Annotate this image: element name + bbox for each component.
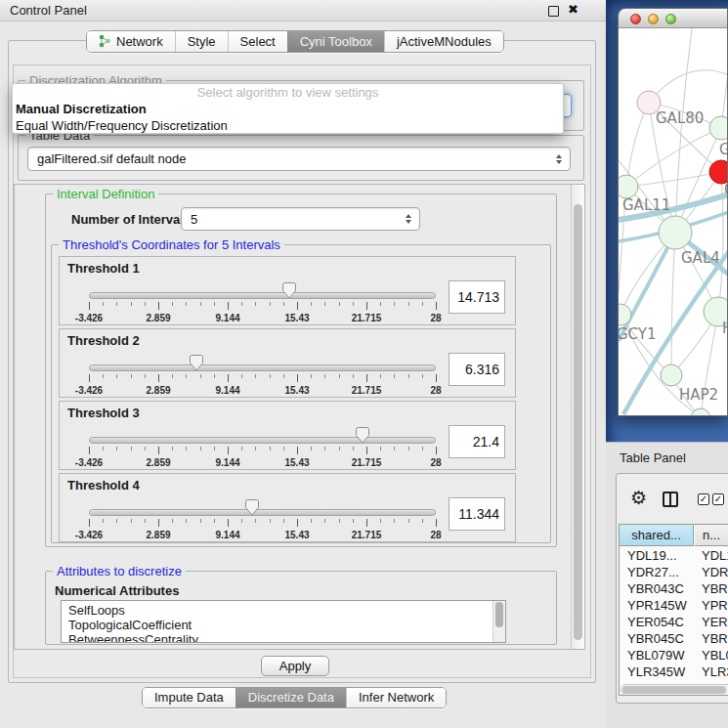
slider-knob[interactable] — [189, 354, 204, 371]
attribute-item[interactable]: SelfLoops — [62, 603, 492, 618]
table-data-combobox[interactable]: galFiltered.sif default node — [27, 147, 571, 171]
threshold-2-slider[interactable]: -3.4262.8599.14415.4321.71528 — [89, 353, 436, 398]
slider-ticks — [89, 302, 436, 311]
threshold-4-value-field[interactable]: 11.344 — [449, 497, 505, 531]
slider-ticks — [89, 374, 436, 383]
tick-label: -3.426 — [75, 457, 103, 468]
tick-label: -3.426 — [75, 313, 103, 323]
column-header-shared-name[interactable]: shared... — [620, 525, 694, 546]
table-row[interactable]: YDR27...YDR2 — [620, 564, 728, 580]
tick-label: 28 — [430, 530, 441, 540]
control-panel-tabs: Network Style Select Cyni Toolbox jActiv… — [86, 30, 504, 53]
minimize-traffic-light-icon[interactable] — [648, 14, 659, 24]
threshold-1-value-field[interactable]: 14.713 — [449, 280, 505, 314]
tab-cyni-toolbox[interactable]: Cyni Toolbox — [287, 31, 384, 52]
table-panel-title: Table Panel — [620, 450, 686, 465]
table-row[interactable]: YER054CYER0 — [620, 614, 728, 630]
table-row[interactable]: YBL079WYBL0 — [620, 647, 728, 664]
checkbox-icon[interactable]: ✓ — [698, 493, 709, 505]
tab-jactivemnodules[interactable]: jActiveMNodules — [384, 31, 503, 52]
slider-knob[interactable] — [281, 281, 297, 299]
tick-label: 28 — [430, 313, 441, 323]
algorithm-option-manual[interactable]: Manual Discretization — [13, 101, 563, 117]
network-window: GAL80GACGAL11GAL4GCY1HHAP2 — [618, 8, 728, 416]
numerical-attributes-list[interactable]: SelfLoopsTopologicalCoefficientBetweenne… — [61, 600, 506, 643]
tab-select[interactable]: Select — [228, 31, 287, 52]
slider-ticks — [89, 447, 436, 455]
attribute-item[interactable]: TopologicalCoefficient — [62, 618, 492, 632]
tick-label: -3.426 — [75, 385, 103, 396]
tab-discretize-data[interactable]: Discretize Data — [236, 688, 346, 707]
numerical-attributes-label: Numerical Attributes — [55, 583, 179, 598]
attribute-item[interactable]: BetweennessCentrality — [62, 632, 492, 643]
tab-network[interactable]: Network — [87, 31, 175, 52]
cyni-bottom-tabs: Impute Data Discretize Data Infer Networ… — [142, 687, 447, 708]
number-of-intervals-combobox[interactable]: 5 — [181, 207, 420, 231]
tick-label: 2.859 — [146, 457, 170, 468]
network-node[interactable] — [661, 364, 682, 386]
slider-track[interactable] — [89, 437, 436, 444]
node-label: GAL11 — [622, 196, 670, 214]
scrollbar-thumb[interactable] — [574, 204, 582, 640]
gear-icon[interactable]: ⚙ — [630, 487, 647, 508]
network-window-titlebar — [619, 9, 727, 28]
close-traffic-light-icon[interactable] — [630, 14, 641, 24]
zoom-traffic-light-icon[interactable] — [665, 14, 676, 24]
network-node[interactable] — [659, 216, 692, 249]
threshold-3-value-field[interactable]: 21.4 — [449, 425, 505, 458]
list-scrollbar[interactable] — [492, 601, 505, 642]
tab-infer-network[interactable]: Infer Network — [346, 688, 446, 707]
algorithm-popup-header: Select algorithm to view settings — [13, 84, 563, 101]
slider-track[interactable] — [89, 509, 436, 516]
slider-track[interactable] — [89, 364, 436, 371]
tab-impute-data[interactable]: Impute Data — [143, 688, 236, 707]
attributes-group-title: Attributes to discretize — [53, 564, 186, 578]
algorithm-option-equal-width[interactable]: Equal Width/Frequency Discretization — [13, 117, 563, 134]
combo-stepper-icon — [406, 214, 411, 224]
slider-knob[interactable] — [355, 426, 370, 444]
column-header-name[interactable]: n... — [695, 525, 728, 546]
tab-style[interactable]: Style — [175, 31, 228, 52]
table-row[interactable]: YBR043CYBR0 — [620, 580, 728, 597]
table-data-selected-value: galFiltered.sif default node — [37, 148, 186, 170]
threshold-3-label: Threshold 3 — [67, 406, 140, 420]
apply-button[interactable]: Apply — [261, 656, 329, 676]
number-of-intervals-value: 5 — [191, 208, 197, 231]
float-window-icon[interactable] — [548, 6, 559, 17]
tick-label: 28 — [430, 385, 441, 396]
network-node[interactable] — [709, 116, 728, 140]
node-label: GA — [719, 141, 728, 158]
threshold-1-slider[interactable]: -3.4262.8599.14415.4321.71528 — [89, 280, 436, 325]
node-label: GAL80 — [656, 109, 704, 127]
threshold-4-slider[interactable]: -3.4262.8599.14415.4321.71528 — [89, 497, 436, 542]
scrollbar-thumb[interactable] — [622, 686, 726, 694]
settings-vertical-scrollbar[interactable] — [571, 185, 584, 649]
close-icon[interactable]: ✖ — [568, 2, 578, 17]
tick-label: 21.715 — [352, 313, 382, 323]
network-canvas[interactable]: GAL80GACGAL11GAL4GCY1HHAP2 — [619, 28, 728, 416]
scrollbar-thumb[interactable] — [495, 602, 503, 627]
slider-tick-labels: -3.4262.8599.14415.4321.71528 — [89, 457, 436, 468]
slider-tick-labels: -3.4262.8599.14415.4321.71528 — [89, 313, 436, 323]
tick-label: 9.144 — [215, 530, 239, 540]
table-row[interactable]: YDL19...YDL1 — [620, 547, 728, 564]
network-node[interactable] — [619, 175, 638, 198]
tick-label: 15.43 — [284, 530, 309, 540]
threshold-3-slider[interactable]: -3.4262.8599.14415.4321.71528 — [89, 425, 436, 470]
slider-track[interactable] — [89, 292, 436, 299]
slider-ticks — [89, 519, 436, 528]
threshold-2-value-field[interactable]: 6.316 — [449, 353, 505, 386]
tab-network-label: Network — [116, 31, 163, 52]
table-row[interactable]: YPR145WYPR1 — [620, 597, 728, 614]
table-row[interactable]: YBR045CYBR0 — [620, 630, 728, 647]
columns-icon[interactable] — [663, 492, 678, 507]
node-label: GAL4 — [681, 249, 720, 267]
tick-label: 15.43 — [284, 313, 309, 323]
table-row[interactable]: YLR345WYLR3 — [620, 664, 728, 680]
checkbox-icon[interactable]: ✓ — [712, 493, 724, 505]
threshold-3-panel: Threshold 3 -3.4262.8599.14415.4321.7152… — [59, 401, 516, 470]
tick-label: 21.715 — [352, 457, 382, 468]
slider-knob[interactable] — [244, 498, 260, 516]
table-horizontal-scrollbar[interactable] — [621, 684, 728, 696]
combo-stepper-icon — [556, 154, 562, 164]
